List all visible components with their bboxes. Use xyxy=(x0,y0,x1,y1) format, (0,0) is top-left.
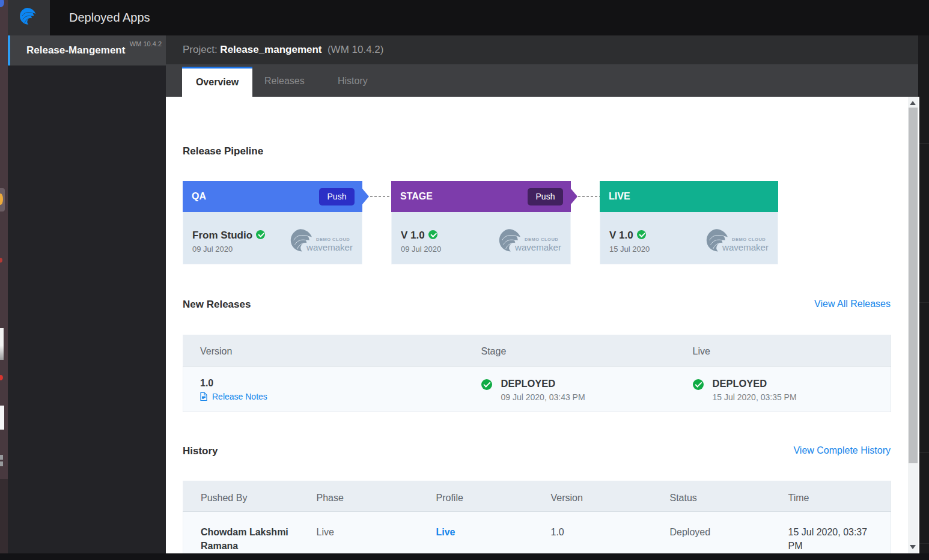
svg-text:wavemaker: wavemaker xyxy=(514,242,561,252)
svg-text:wavemaker: wavemaker xyxy=(722,242,769,252)
svg-text:DEMO CLOUD: DEMO CLOUD xyxy=(525,237,558,242)
svg-text:wavemaker: wavemaker xyxy=(306,242,353,252)
svg-text:DEMO CLOUD: DEMO CLOUD xyxy=(316,237,350,242)
svg-text:DEMO CLOUD: DEMO CLOUD xyxy=(732,237,766,242)
